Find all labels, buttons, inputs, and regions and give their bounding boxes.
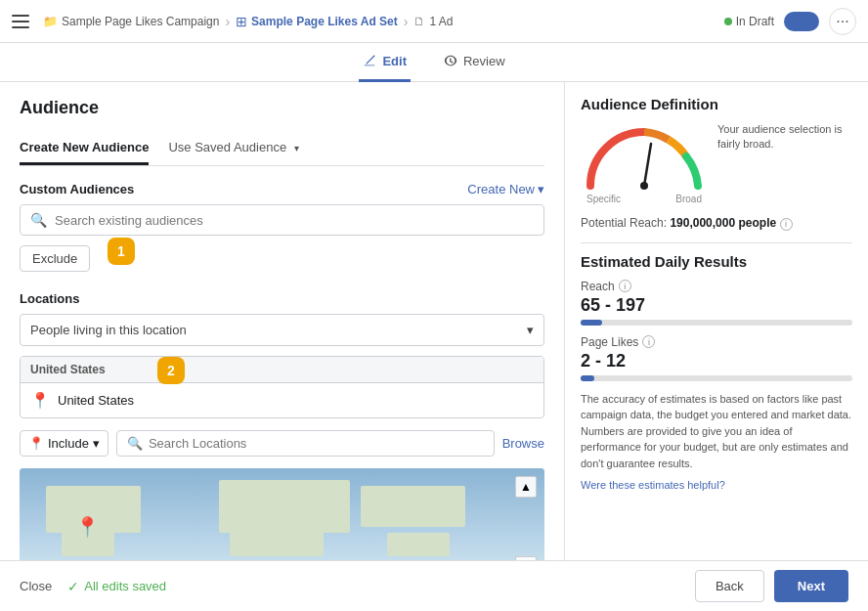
include-dropdown[interactable]: 📍 Include ▾ <box>20 430 108 457</box>
audience-definition-title: Audience Definition <box>581 96 852 112</box>
check-icon: ✓ <box>67 579 79 594</box>
saved-tab-arrow: ▾ <box>294 143 299 153</box>
reach-bar-fill <box>581 320 602 326</box>
top-navigation: 📁 Sample Page Likes Campaign › ⊞ Sample … <box>0 0 868 43</box>
more-options-button[interactable]: ··· <box>829 8 856 35</box>
breadcrumb-sep-1: › <box>225 14 230 29</box>
left-panel: Audience Create New Audience Use Saved A… <box>0 82 565 560</box>
location-dropdown-arrow: ▾ <box>527 323 534 337</box>
reach-value: 65 - 197 <box>581 295 852 316</box>
bottom-right: Back Next <box>695 570 848 602</box>
next-button[interactable]: Next <box>774 570 848 602</box>
map-collapse-button[interactable]: ▲ <box>515 476 537 498</box>
edit-tab-label: Edit <box>382 54 407 68</box>
gauge-svg <box>581 122 708 191</box>
custom-audiences-label: Custom Audiences <box>20 182 134 196</box>
map-africa <box>230 521 325 556</box>
location-item-us: 📍 United States <box>21 383 543 417</box>
locations-section: Locations People living in this location… <box>20 291 544 560</box>
map-zoom-in-button[interactable]: + <box>515 556 537 560</box>
right-panel: Audience Definition Specific Broad <box>565 82 868 560</box>
review-tab-label: Review <box>463 54 505 68</box>
page-likes-info-icon[interactable]: i <box>642 335 655 348</box>
edit-icon <box>363 54 376 67</box>
step-1-badge: 1 <box>108 238 135 265</box>
audience-tabs: Create New Audience Use Saved Audience ▾ <box>20 132 544 166</box>
map-location-pin: 📍 <box>75 515 100 539</box>
location-type-dropdown[interactable]: People living in this location ▾ <box>20 314 544 346</box>
search-locations-box[interactable]: 🔍 <box>116 430 495 457</box>
draft-status: In Draft <box>724 15 774 28</box>
exclude-section: Exclude 1 <box>20 245 544 285</box>
helpful-link[interactable]: Were these estimates helpful? <box>581 479 725 491</box>
search-icon: 🔍 <box>30 212 47 228</box>
step-2-badge: 2 <box>157 357 185 384</box>
main-layout: Audience Create New Audience Use Saved A… <box>0 82 868 560</box>
audience-gauge: Specific Broad <box>581 122 708 204</box>
location-box-header: United States <box>21 357 543 383</box>
nav-right: In Draft ··· <box>724 8 856 35</box>
tab-create-new-audience[interactable]: Create New Audience <box>20 132 149 165</box>
ad-icon: 🗋 <box>413 15 425 28</box>
campaign-name: Sample Page Likes Campaign <box>62 15 219 28</box>
review-icon <box>444 54 457 67</box>
search-loc-icon: 🔍 <box>127 436 143 451</box>
page-likes-label: Page Likes i <box>581 335 852 349</box>
back-button[interactable]: Back <box>695 570 764 602</box>
tab-use-saved-audience[interactable]: Use Saved Audience ▾ <box>168 132 298 165</box>
gauge-broad-label: Broad <box>675 194 702 204</box>
create-new-arrow: ▾ <box>538 182 544 196</box>
gauge-note: Your audience selection is fairly broad. <box>717 122 852 153</box>
reach-bar-track <box>581 320 852 326</box>
reach-metric: Reach i 65 - 197 <box>581 280 852 326</box>
edit-tab[interactable]: Edit <box>359 43 411 82</box>
publish-toggle[interactable] <box>784 12 819 31</box>
map-area: 📍 ▲ + <box>20 468 544 560</box>
gauge-labels: Specific Broad <box>581 194 708 204</box>
svg-line-0 <box>644 144 651 186</box>
page-likes-bar-fill <box>581 375 594 381</box>
tab-saved-label: Use Saved Audience <box>168 140 286 154</box>
search-audiences-input[interactable] <box>55 213 534 228</box>
potential-reach-value: 190,000,000 people <box>670 216 776 230</box>
search-locations-input[interactable] <box>149 436 484 451</box>
page-likes-value: 2 - 12 <box>581 351 852 371</box>
potential-reach-info-icon[interactable]: i <box>780 218 793 231</box>
include-arrow: ▾ <box>93 436 100 451</box>
campaign-breadcrumb[interactable]: 📁 Sample Page Likes Campaign <box>43 15 219 28</box>
browse-button[interactable]: Browse <box>502 436 544 451</box>
review-tab[interactable]: Review <box>440 43 509 82</box>
ad-breadcrumb[interactable]: 🗋 1 Ad <box>413 15 453 28</box>
custom-audiences-header: Custom Audiences Create New ▾ <box>20 182 544 196</box>
breadcrumb: 📁 Sample Page Likes Campaign › ⊞ Sample … <box>43 14 716 29</box>
create-new-button[interactable]: Create New ▾ <box>467 182 544 196</box>
svg-point-1 <box>640 182 648 190</box>
create-new-label: Create New <box>467 182 535 196</box>
location-pin-icon: 📍 <box>30 391 50 410</box>
close-button[interactable]: Close <box>20 579 52 593</box>
page-likes-metric: Page Likes i 2 - 12 <box>581 335 852 381</box>
potential-reach: Potential Reach: 190,000,000 people i <box>581 216 852 231</box>
breadcrumb-sep-2: › <box>404 14 409 29</box>
locations-label: Locations <box>20 291 544 306</box>
accuracy-note: The accuracy of estimates is based on fa… <box>581 391 852 472</box>
bottom-left: Close ✓ All edits saved <box>20 579 166 594</box>
map-ocean: 📍 ▲ + <box>20 468 544 560</box>
adset-name: Sample Page Likes Ad Set <box>251 15 398 28</box>
ad-name: 1 Ad <box>429 15 453 28</box>
map-asia-east <box>361 486 465 527</box>
adset-icon: ⊞ <box>236 14 247 29</box>
divider <box>581 242 852 243</box>
potential-reach-label: Potential Reach: <box>581 216 667 230</box>
include-pin-icon: 📍 <box>28 436 44 451</box>
page-likes-bar-track <box>581 375 852 381</box>
page-title: Audience <box>20 98 544 118</box>
menu-toggle-icon[interactable] <box>12 10 35 33</box>
search-audiences-box[interactable]: 🔍 <box>20 204 544 236</box>
exclude-button[interactable]: Exclude <box>20 245 90 272</box>
reach-info-icon[interactable]: i <box>619 280 631 292</box>
gauge-specific-label: Specific <box>586 194 621 204</box>
location-box: United States 2 📍 United States <box>20 356 544 418</box>
estimated-results-title: Estimated Daily Results <box>581 253 852 270</box>
adset-breadcrumb[interactable]: ⊞ Sample Page Likes Ad Set <box>236 14 398 29</box>
